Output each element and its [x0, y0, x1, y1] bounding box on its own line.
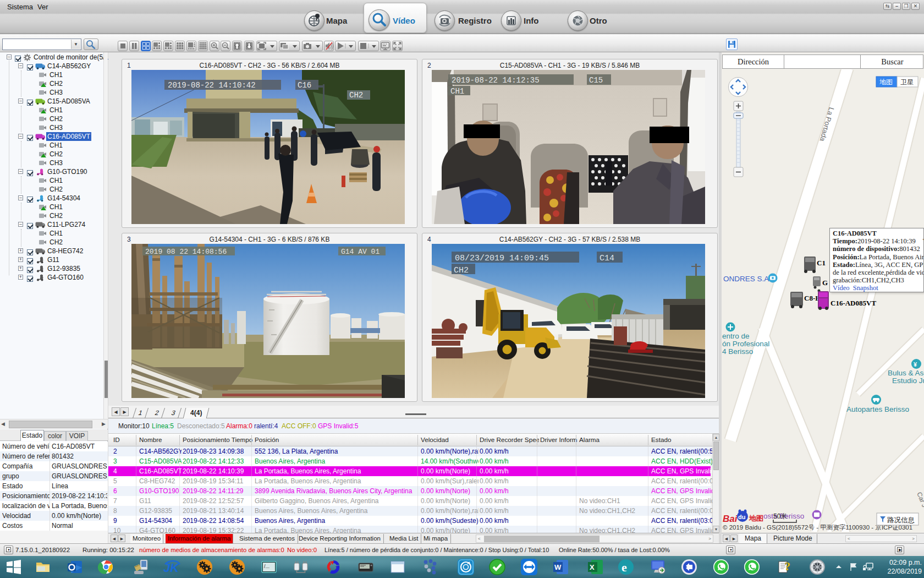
svg-text:2019-08-22 14:10:42: 2019-08-22 14:10:42 — [168, 81, 256, 90]
svg-text:C16-AD085VT: C16-AD085VT — [831, 299, 876, 307]
svg-text:08/23/2019 14:09:45: 08/23/2019 14:09:45 — [455, 254, 549, 263]
svg-text:路况信息: 路况信息 — [887, 516, 915, 524]
svg-text:/...: /... — [264, 564, 270, 569]
svg-text:C14: C14 — [600, 254, 614, 263]
svg-text:Bai: Bai — [723, 514, 738, 524]
svg-text:Autopartes Berisso: Autopartes Berisso — [846, 405, 909, 413]
svg-text:entro de: entro de — [722, 332, 750, 340]
svg-text:卫星: 卫星 — [900, 78, 914, 86]
svg-text:C1: C1 — [817, 259, 826, 267]
svg-text:2019-08-22 14:12:35: 2019-08-22 14:12:35 — [452, 76, 540, 85]
svg-text:W: W — [554, 563, 562, 571]
svg-text:地图: 地图 — [879, 78, 893, 86]
svg-text:50米: 50米 — [773, 512, 787, 520]
svg-text:e: e — [622, 560, 627, 574]
svg-text:du: du — [738, 514, 745, 520]
svg-text:Estudio Ju: Estudio Ju — [892, 377, 924, 385]
svg-text:ón Profesional: ón Profesional — [722, 340, 769, 348]
svg-text:CH2: CH2 — [349, 91, 363, 100]
svg-text:G14 AV 01: G14 AV 01 — [341, 248, 380, 256]
svg-text:4 Berisso: 4 Berisso — [722, 347, 753, 356]
svg-text:C15: C15 — [589, 76, 603, 85]
svg-text:地图: 地图 — [749, 514, 763, 522]
svg-text:G: G — [822, 279, 828, 287]
svg-text:Bulus & Aso: Bulus & Aso — [888, 369, 924, 377]
svg-text:2019 08 22 14:08:56: 2019 08 22 14:08:56 — [145, 248, 227, 256]
svg-text:ONDRES S.A.: ONDRES S.A. — [723, 275, 771, 283]
svg-text:CH1: CH1 — [450, 87, 464, 96]
svg-text:X: X — [590, 563, 595, 571]
svg-text:?: ? — [785, 560, 790, 572]
svg-text:C16: C16 — [298, 81, 311, 90]
svg-text:CH2: CH2 — [454, 266, 469, 275]
svg-text:¥: ¥ — [914, 361, 917, 368]
